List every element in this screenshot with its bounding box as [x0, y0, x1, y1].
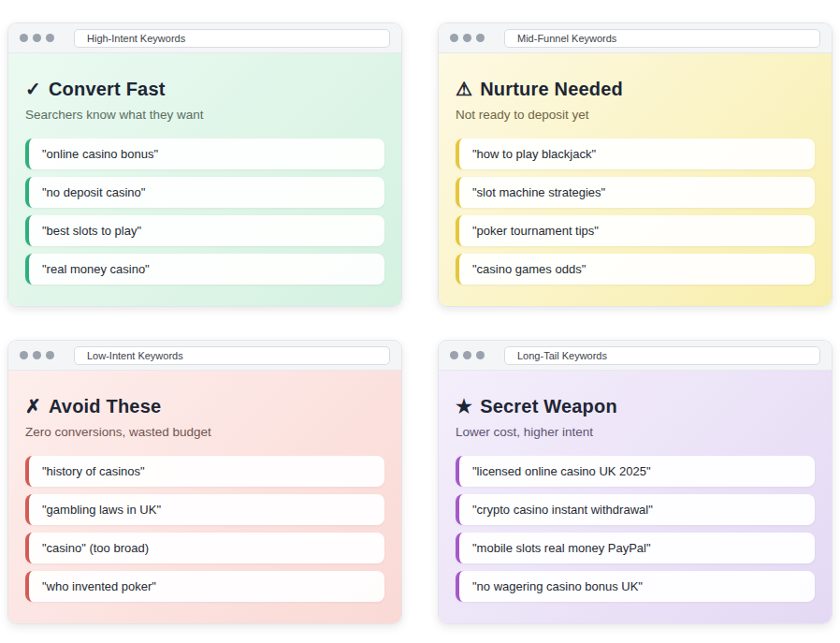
card-subtitle: Zero conversions, wasted budget: [25, 424, 384, 440]
card-heading-text: Nurture Needed: [480, 79, 623, 99]
card-low-intent-keywords: Low-Intent Keywords ✗Avoid These Zero co…: [7, 340, 402, 624]
window-dot-icon: [476, 351, 485, 359]
window-dot-icon: [463, 351, 471, 359]
card-mid-funnel-keywords: Mid-Funnel Keywords ⚠Nurture Needed Not …: [438, 22, 833, 307]
card-heading: ✗Avoid These: [25, 395, 384, 417]
card-subtitle: Lower cost, higher intent: [456, 424, 815, 440]
window-dot-icon: [20, 34, 28, 42]
card-body: ★Secret Weapon Lower cost, higher intent…: [439, 371, 832, 624]
browser-chrome-bar: Mid-Funnel Keywords: [439, 23, 832, 53]
browser-chrome-bar: High-Intent Keywords: [8, 23, 401, 53]
keyword-item: "how to play blackjack": [456, 139, 815, 169]
card-subtitle: Searchers know what they want: [25, 107, 384, 123]
keyword-list: "history of casinos""gambling laws in UK…: [25, 456, 384, 602]
keyword-list: "online casino bonus""no deposit casino"…: [25, 139, 384, 285]
card-heading-text: Convert Fast: [49, 79, 166, 99]
keyword-item: "no deposit casino": [25, 177, 384, 208]
keyword-item: "casino" (too broad): [25, 533, 384, 563]
keyword-item: "who invented poker": [25, 571, 384, 602]
window-dot-icon: [33, 351, 41, 359]
keyword-quadrant-grid: High-Intent Keywords ✓Convert Fast Searc…: [0, 0, 840, 643]
card-heading-text: Secret Weapon: [480, 396, 617, 416]
card-heading: ⚠Nurture Needed: [456, 78, 815, 100]
card-body: ✗Avoid These Zero conversions, wasted bu…: [8, 371, 401, 624]
window-dot-icon: [476, 34, 485, 42]
card-body: ⚠Nurture Needed Not ready to deposit yet…: [439, 53, 832, 307]
keyword-item: "gambling laws in UK": [25, 494, 384, 525]
keyword-item: "online casino bonus": [25, 139, 384, 169]
keyword-item: "real money casino": [25, 254, 384, 285]
window-dot-icon: [46, 34, 54, 42]
keyword-list: "licensed online casino UK 2025""crypto …: [456, 456, 815, 602]
warning-icon: ⚠: [456, 78, 472, 100]
browser-chrome-bar: Low-Intent Keywords: [8, 341, 401, 371]
card-body: ✓Convert Fast Searchers know what they w…: [8, 53, 401, 307]
keyword-list: "how to play blackjack""slot machine str…: [456, 139, 815, 285]
window-controls: [20, 34, 54, 42]
keyword-item: "mobile slots real money PayPal": [456, 533, 815, 563]
card-heading: ✓Convert Fast: [25, 78, 384, 100]
keyword-item: "poker tournament tips": [456, 215, 815, 246]
window-controls: [450, 34, 485, 42]
card-high-intent-keywords: High-Intent Keywords ✓Convert Fast Searc…: [7, 22, 402, 307]
check-icon: ✓: [25, 78, 41, 100]
tab-title: Low-Intent Keywords: [74, 346, 390, 365]
tab-title: Mid-Funnel Keywords: [504, 29, 820, 48]
tab-title: High-Intent Keywords: [74, 29, 390, 48]
browser-chrome-bar: Long-Tail Keywords: [439, 341, 832, 371]
window-dot-icon: [33, 34, 41, 42]
window-dot-icon: [450, 351, 458, 359]
window-dot-icon: [46, 351, 54, 359]
window-dot-icon: [20, 351, 28, 359]
card-heading: ★Secret Weapon: [456, 395, 815, 417]
window-controls: [450, 351, 485, 359]
x-icon: ✗: [25, 395, 41, 417]
card-subtitle: Not ready to deposit yet: [456, 107, 815, 123]
card-long-tail-keywords: Long-Tail Keywords ★Secret Weapon Lower …: [438, 340, 833, 624]
star-icon: ★: [456, 395, 472, 417]
window-dot-icon: [463, 34, 471, 42]
window-dot-icon: [450, 34, 458, 42]
keyword-item: "best slots to play": [25, 215, 384, 246]
keyword-item: "licensed online casino UK 2025": [456, 456, 815, 487]
keyword-item: "no wagering casino bonus UK": [456, 571, 815, 602]
window-controls: [20, 351, 54, 359]
keyword-item: "crypto casino instant withdrawal": [456, 494, 815, 525]
keyword-item: "history of casinos": [25, 456, 384, 487]
keyword-item: "slot machine strategies": [456, 177, 815, 208]
keyword-item: "casino games odds": [456, 254, 815, 285]
tab-title: Long-Tail Keywords: [504, 346, 820, 365]
card-heading-text: Avoid These: [49, 396, 161, 416]
